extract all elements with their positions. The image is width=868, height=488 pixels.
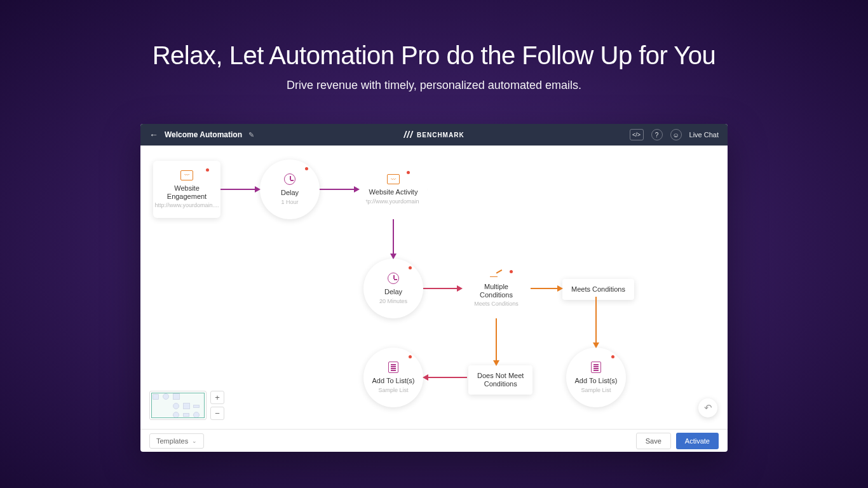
clock-icon [284, 173, 295, 185]
automation-title: Welcome Automation [165, 130, 242, 139]
status-dot-icon [409, 266, 412, 269]
status-dot-icon [611, 355, 614, 358]
list-icon [388, 362, 398, 373]
list-icon [591, 362, 601, 373]
zoom-out-button[interactable]: − [210, 407, 224, 420]
chart-icon: 〰 [180, 170, 193, 180]
logo-icon: /// [403, 130, 413, 140]
status-dot-icon [510, 270, 513, 273]
node-does-not-meet[interactable]: Does Not Meet Conditions [468, 365, 532, 395]
app-window: ← Welcome Automation ✎ /// BENCHMARK </>… [140, 124, 728, 452]
node-sub: 20 Minutes [379, 298, 407, 304]
node-title: Website Activity [369, 188, 418, 196]
node-website-activity[interactable]: 〰 Website Activity http://www.yourdomain… [359, 159, 428, 219]
node-meets-conditions[interactable]: Meets Conditions [562, 279, 634, 300]
connector [220, 189, 256, 190]
app-topbar: ← Welcome Automation ✎ /// BENCHMARK </>… [140, 124, 728, 146]
zoom-in-button[interactable]: + [210, 391, 224, 404]
hero-title: Relax, Let Automation Pro do the Follow … [153, 41, 716, 70]
node-title-line2: Conditions [484, 380, 517, 388]
topbar-right: </> ? ☺ Live Chat [630, 129, 719, 140]
status-dot-icon [409, 355, 412, 358]
connector [595, 297, 597, 344]
connector [428, 377, 467, 378]
live-chat-link[interactable]: Live Chat [689, 131, 719, 139]
connector [496, 318, 497, 362]
connector [320, 189, 355, 190]
brand: /// BENCHMARK [403, 130, 464, 140]
arrow-icon [354, 186, 360, 193]
status-dot-icon [206, 168, 209, 172]
node-sub: Meets Conditions [474, 301, 519, 307]
node-website-engagement[interactable]: 〰 Website Engagement http://www.yourdoma… [153, 161, 220, 218]
help-icon[interactable]: ? [651, 129, 663, 140]
hero-subtitle: Drive revenue with timely, personalized … [153, 79, 716, 92]
clock-icon [388, 273, 399, 284]
node-title: Add To List(s) [574, 377, 617, 385]
node-title: Delay [281, 189, 299, 197]
arrow-icon [457, 285, 463, 292]
status-dot-icon [305, 167, 308, 170]
node-title: Delay [384, 288, 402, 296]
node-sub: http://www.yourdomain.... [154, 202, 219, 208]
undo-button[interactable]: ↶ [698, 398, 717, 417]
node-sub: Sample List [378, 387, 408, 393]
node-sub: 1 Hour [281, 199, 298, 205]
automation-canvas[interactable]: 〰 Website Engagement http://www.yourdoma… [140, 146, 728, 429]
activate-button[interactable]: Activate [676, 433, 719, 449]
node-title: Add To List(s) [372, 377, 414, 385]
branch-icon [490, 270, 503, 279]
zoom-controls: + − [210, 391, 224, 420]
status-dot-icon [407, 171, 410, 174]
app-footer: Templates ⌄ Save Activate [140, 429, 728, 452]
user-avatar-icon[interactable]: ☺ [670, 129, 682, 140]
chevron-down-icon: ⌄ [192, 438, 197, 444]
node-delay-2[interactable]: Delay 20 Minutes [363, 259, 423, 318]
chart-icon: 〰 [387, 174, 400, 184]
node-multiple-conditions[interactable]: Multiple Conditions Meets Conditions [462, 259, 531, 318]
minimap[interactable] [149, 391, 207, 420]
save-button[interactable]: Save [636, 433, 671, 449]
node-add-to-list-1[interactable]: Add To List(s) Sample List [363, 348, 423, 407]
templates-label: Templates [156, 437, 188, 445]
node-sub: http://www.yourdomain.... [361, 198, 425, 205]
node-sub: Sample List [581, 387, 611, 393]
node-delay-1[interactable]: Delay 1 Hour [260, 159, 320, 219]
node-title: Meets Conditions [571, 285, 625, 294]
code-view-icon[interactable]: </> [630, 129, 644, 140]
brand-name: BENCHMARK [417, 132, 465, 139]
minimap-container: + − [149, 391, 224, 420]
connector [423, 288, 458, 289]
back-arrow-icon[interactable]: ← [149, 130, 158, 140]
node-title: Website Engagement [161, 184, 213, 201]
connector [531, 288, 559, 289]
hero-section: Relax, Let Automation Pro do the Follow … [153, 41, 716, 92]
node-add-to-list-2[interactable]: Add To List(s) Sample List [566, 348, 626, 407]
edit-title-icon[interactable]: ✎ [248, 131, 254, 139]
topbar-left: ← Welcome Automation ✎ [149, 130, 254, 140]
arrow-icon [423, 374, 428, 381]
node-title: Multiple Conditions [470, 283, 523, 299]
connector [393, 219, 394, 255]
templates-dropdown[interactable]: Templates ⌄ [149, 433, 204, 449]
node-title-line1: Does Not Meet [477, 372, 524, 380]
